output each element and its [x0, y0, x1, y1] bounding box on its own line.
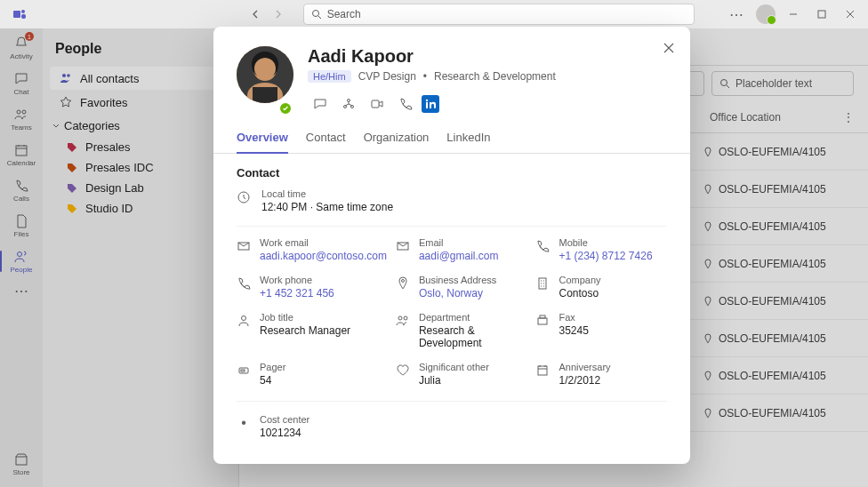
tab-overview[interactable]: Overview [237, 131, 288, 153]
nav-forward-button[interactable] [267, 4, 288, 25]
field-significant-other: Significant otherJulia [396, 362, 527, 387]
titlebar: Search ⋯ [0, 0, 868, 28]
field-value: Research & Development [419, 324, 527, 349]
nav-back-button[interactable] [245, 4, 267, 25]
profile-title: CVP Design [358, 70, 416, 83]
svg-point-28 [242, 316, 246, 321]
svg-rect-2 [21, 14, 26, 19]
svg-rect-35 [538, 366, 547, 375]
profile-name: Aadi Kapoor [308, 46, 667, 67]
field-anniversary: Anniversary1/2/2012 [535, 362, 667, 387]
meta-separator: • [423, 70, 427, 83]
field-value[interactable]: +1 (234) 8712 7426 [559, 250, 652, 262]
field-value: 1021234 [260, 427, 309, 439]
search-placeholder: Search [327, 8, 361, 20]
profile-card-modal: Aadi Kapoor He/Him CVP Design • Research… [213, 27, 690, 464]
fax-icon [535, 314, 550, 328]
field-value[interactable]: aadi@gmail.com [419, 250, 499, 262]
search-icon [311, 9, 322, 20]
field-value: Contoso [559, 287, 600, 299]
field-label: Company [559, 275, 600, 285]
phone-icon [237, 276, 251, 291]
svg-point-30 [404, 316, 407, 320]
tab-organization[interactable]: Organization [364, 131, 430, 153]
profile-avatar [237, 46, 293, 103]
field-label: Job title [260, 312, 350, 323]
video-action-button[interactable] [365, 92, 390, 116]
tab-contact[interactable]: Contact [306, 131, 346, 153]
chat-action-button[interactable] [308, 92, 333, 116]
svg-rect-27 [539, 278, 546, 289]
field-label: Department [419, 312, 527, 323]
profile-department: Research & Development [434, 70, 556, 83]
modal-header: Aadi Kapoor He/Him CVP Design • Research… [213, 27, 690, 116]
field-value: 1/2/2012 [559, 374, 610, 387]
field-label: Email [419, 237, 499, 248]
profile-tabs: Overview Contact Organization LinkedIn [213, 131, 690, 154]
svg-point-26 [401, 280, 404, 283]
people-icon [396, 314, 410, 328]
org-action-button[interactable] [336, 92, 361, 116]
field-email: Emailaadi@gmail.com [396, 237, 527, 262]
user-avatar[interactable] [756, 4, 776, 24]
field-value[interactable]: Oslo, Norway [419, 287, 496, 299]
field-cost-center: • Cost center1021234 [237, 414, 667, 439]
svg-rect-34 [241, 370, 245, 371]
tab-linkedin[interactable]: LinkedIn [446, 131, 490, 153]
window-close-button[interactable] [840, 4, 861, 25]
profile-meta: He/Him CVP Design • Research & Developme… [308, 70, 667, 83]
field-value: 35245 [559, 324, 588, 337]
calendar-icon [535, 363, 550, 378]
location-icon [396, 276, 410, 291]
contact-grid: Work emailaadi.kapoor@contoso.com Emaila… [237, 237, 667, 387]
phone-icon [535, 239, 550, 253]
svg-point-22 [426, 100, 428, 101]
global-search-input[interactable]: Search [303, 4, 695, 25]
field-label: Pager [260, 362, 285, 372]
call-action-button[interactable] [393, 92, 418, 116]
field-label: Work email [260, 237, 387, 248]
modal-close-button[interactable] [658, 37, 679, 59]
field-label: Work phone [260, 275, 334, 285]
pronoun-badge: He/Him [308, 70, 351, 83]
local-time-value: 12:40 PM · Same time zone [261, 201, 393, 213]
svg-rect-31 [538, 318, 547, 324]
linkedin-action-button[interactable] [422, 95, 439, 113]
profile-body: Contact Local time 12:40 PM · Same time … [213, 154, 690, 443]
svg-rect-4 [818, 11, 825, 18]
field-value: Research Manager [260, 324, 350, 337]
window-maximize-button[interactable] [811, 4, 832, 25]
field-value[interactable]: aadi.kapoor@contoso.com [260, 250, 387, 262]
cost-center-section: • Cost center1021234 [237, 401, 667, 439]
field-value: 54 [260, 374, 285, 387]
section-contact-title: Contact [237, 166, 667, 180]
field-mobile: Mobile+1 (234) 8712 7426 [535, 237, 667, 262]
window-minimize-button[interactable] [783, 4, 804, 25]
profile-actions [308, 92, 667, 116]
svg-point-17 [348, 100, 350, 102]
svg-rect-32 [540, 315, 545, 318]
dot-icon: • [237, 416, 251, 430]
field-work-phone: Work phone+1 452 321 456 [237, 275, 387, 299]
local-time-label: Local time [261, 188, 393, 199]
svg-point-29 [398, 316, 402, 320]
field-value[interactable]: +1 452 321 456 [260, 287, 334, 299]
field-pager: Pager54 [237, 362, 387, 387]
field-label: Significant other [419, 362, 489, 372]
more-button[interactable]: ⋯ [724, 6, 749, 23]
field-business-address: Business AddressOslo, Norway [396, 275, 527, 299]
field-company: CompanyContoso [535, 275, 667, 299]
field-label: Business Address [419, 275, 496, 285]
pager-icon [237, 363, 251, 378]
clock-icon [237, 190, 251, 204]
svg-rect-20 [372, 100, 379, 108]
mail-icon [396, 239, 410, 253]
svg-point-3 [312, 11, 318, 17]
person-icon [237, 314, 251, 328]
field-department: DepartmentResearch & Development [396, 312, 527, 349]
local-time-field: Local time 12:40 PM · Same time zone [237, 188, 667, 227]
field-work-email: Work emailaadi.kapoor@contoso.com [237, 237, 387, 262]
mail-icon [237, 239, 251, 253]
field-value: Julia [419, 374, 489, 387]
svg-point-14 [253, 58, 277, 81]
